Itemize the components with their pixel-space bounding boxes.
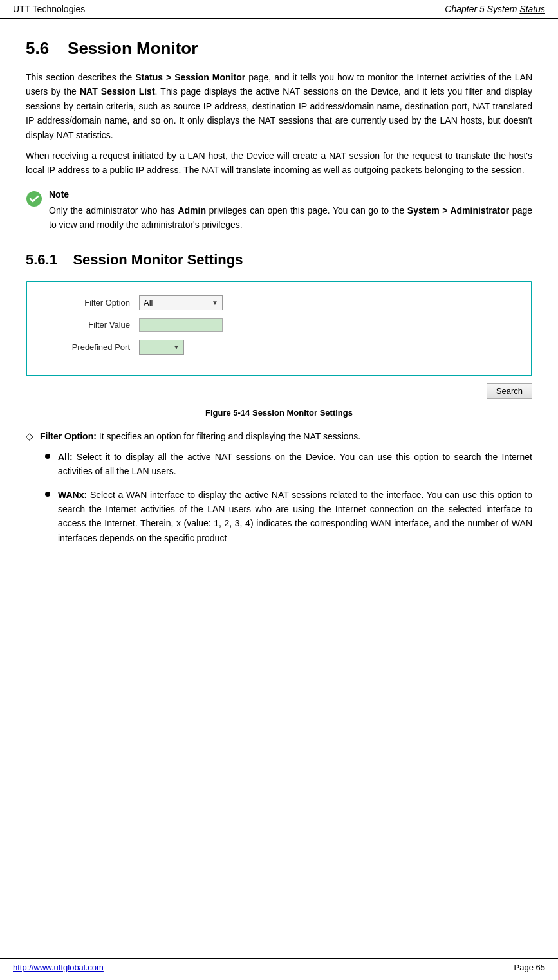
bullet-dot-icon [45, 454, 50, 459]
search-area: Search [26, 383, 532, 399]
subsection-title: 5.6.1 Session Monitor Settings [26, 252, 532, 268]
settings-form: Filter Option All ▼ Filter Value Predefi… [26, 281, 532, 376]
bullet-dot-icon-2 [45, 492, 50, 497]
filter-value-input[interactable] [139, 318, 223, 332]
filter-option-label: Filter Option [46, 298, 130, 308]
filter-option-dropdown[interactable]: All ▼ [139, 295, 223, 310]
predefined-port-dropdown[interactable]: ▼ [139, 340, 184, 355]
note-content: Note Only the administrator who has Admi… [49, 189, 532, 232]
intro-paragraph-2: When receiving a request initiated by a … [26, 149, 532, 178]
note-icon [26, 190, 44, 208]
bullet-wanx: WANx: Select a WAN interface to display … [45, 488, 532, 546]
predefined-port-row: Predefined Port ▼ [46, 340, 512, 355]
svg-point-0 [26, 191, 42, 207]
filter-value-row: Filter Value [46, 318, 512, 332]
page-footer: http://www.uttglobal.com Page 65 [0, 958, 558, 972]
header-company: UTT Technologies [13, 4, 85, 14]
note-title: Note [49, 189, 532, 199]
description-section: ◇ Filter Option: It specifies an option … [26, 429, 532, 546]
figure-caption: Figure 5-14 Session Monitor Settings [26, 408, 532, 418]
note-box: Note Only the administrator who has Admi… [26, 189, 532, 232]
bullet-wanx-text: WANx: Select a WAN interface to display … [58, 488, 532, 546]
note-text: Only the administrator who has Admin pri… [49, 203, 532, 232]
bullet-list: All: Select it to display all the active… [26, 450, 532, 545]
filter-value-label: Filter Value [46, 320, 130, 329]
diamond-icon: ◇ [26, 430, 33, 442]
predefined-port-arrow-icon: ▼ [173, 344, 180, 351]
section-title: 5.6 Session Monitor [26, 39, 532, 59]
predefined-port-label: Predefined Port [46, 342, 130, 352]
footer-url[interactable]: http://www.uttglobal.com [13, 963, 104, 972]
filter-option-row: Filter Option All ▼ [46, 295, 512, 310]
search-button[interactable]: Search [487, 383, 532, 399]
footer-page: Page 65 [514, 963, 545, 972]
page-header: UTT Technologies Chapter 5 System Status [0, 0, 558, 19]
header-chapter: Chapter 5 System Status [445, 4, 545, 14]
intro-paragraph-1: This section describes the Status > Sess… [26, 70, 532, 142]
filter-option-desc: ◇ Filter Option: It specifies an option … [26, 429, 532, 443]
filter-option-desc-text: Filter Option: It specifies an option fo… [40, 429, 360, 443]
bullet-all: All: Select it to display all the active… [45, 450, 532, 479]
dropdown-arrow-icon: ▼ [212, 299, 218, 306]
bullet-all-text: All: Select it to display all the active… [58, 450, 532, 479]
main-content: 5.6 Session Monitor This section describ… [0, 19, 558, 567]
